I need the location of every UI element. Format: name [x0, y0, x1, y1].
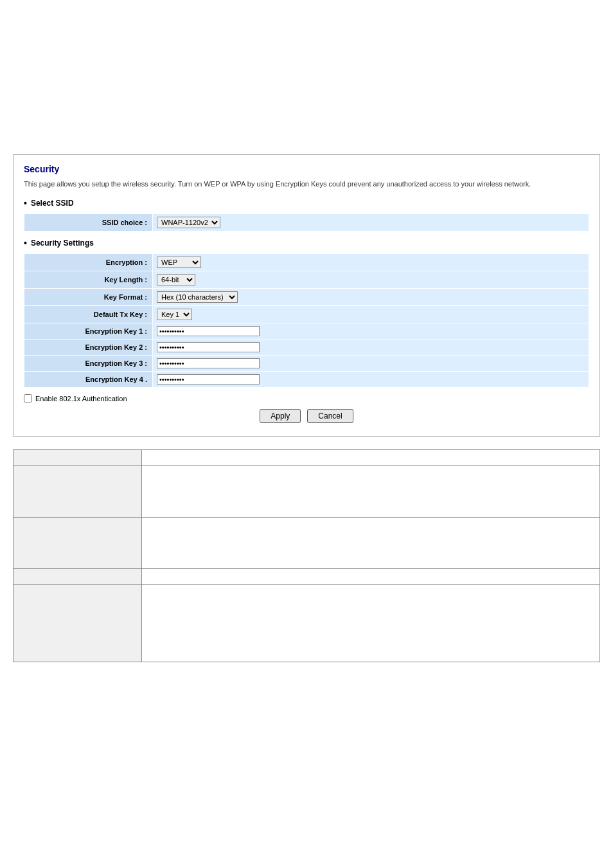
select-ssid-header: Select SSID	[24, 198, 589, 208]
encryption-select[interactable]: WEP WPA WPA2 Disabled	[157, 257, 201, 268]
enc-key2-row: Encryption Key 2 :	[24, 339, 589, 356]
key-length-select[interactable]: 64-bit 128-bit	[157, 274, 195, 285]
info-row-3	[13, 518, 600, 569]
info-row-4	[13, 569, 600, 585]
enable-8021x-row: Enable 802.1x Authentication	[24, 394, 589, 402]
key-format-select[interactable]: Hex (10 characters) ASCII (5 characters)	[157, 291, 238, 303]
enc-key1-input[interactable]	[157, 326, 260, 336]
info-row-5	[13, 585, 600, 662]
default-tx-key-select[interactable]: Key 1 Key 2 Key 3 Key 4	[157, 309, 192, 320]
enc-key1-label: Encryption Key 1 :	[24, 323, 153, 339]
panel-description: This page allows you setup the wireless …	[24, 179, 589, 189]
ssid-select[interactable]: WNAP-1120v2	[157, 217, 220, 228]
security-settings-table: Encryption : WEP WPA WPA2 Disabled Key L…	[24, 253, 589, 388]
security-panel: Security This page allows you setup the …	[13, 154, 600, 437]
enc-key3-input[interactable]	[157, 358, 260, 368]
panel-title: Security	[24, 164, 589, 174]
key-length-label: Key Length :	[24, 271, 153, 289]
key-length-row: Key Length : 64-bit 128-bit	[24, 271, 589, 289]
encryption-label: Encryption :	[24, 254, 153, 271]
apply-button[interactable]: Apply	[260, 409, 301, 423]
key-format-label: Key Format :	[24, 289, 153, 306]
enc-key4-input[interactable]	[157, 374, 260, 384]
ssid-row: SSID choice : WNAP-1120v2	[24, 214, 589, 231]
info-table	[13, 449, 600, 662]
info-row-1	[13, 450, 600, 466]
ssid-label: SSID choice :	[24, 214, 153, 231]
enc-key2-input[interactable]	[157, 342, 260, 352]
enc-key2-label: Encryption Key 2 :	[24, 339, 153, 356]
enc-key4-label: Encryption Key 4 .	[24, 372, 153, 388]
button-row: Apply Cancel	[24, 409, 589, 423]
info-row-2	[13, 466, 600, 518]
enable-8021x-label: Enable 802.1x Authentication	[35, 395, 127, 402]
enc-key4-row: Encryption Key 4 .	[24, 372, 589, 388]
ssid-table: SSID choice : WNAP-1120v2	[24, 213, 589, 231]
enc-key1-row: Encryption Key 1 :	[24, 323, 589, 339]
encryption-row: Encryption : WEP WPA WPA2 Disabled	[24, 254, 589, 271]
default-tx-key-row: Default Tx Key : Key 1 Key 2 Key 3 Key 4	[24, 306, 589, 323]
key-format-row: Key Format : Hex (10 characters) ASCII (…	[24, 289, 589, 306]
enable-8021x-checkbox[interactable]	[24, 394, 32, 402]
enc-key3-row: Encryption Key 3 :	[24, 356, 589, 372]
security-settings-header: Security Settings	[24, 238, 589, 248]
default-tx-key-label: Default Tx Key :	[24, 306, 153, 323]
enc-key3-label: Encryption Key 3 :	[24, 356, 153, 372]
cancel-button[interactable]: Cancel	[307, 409, 353, 423]
